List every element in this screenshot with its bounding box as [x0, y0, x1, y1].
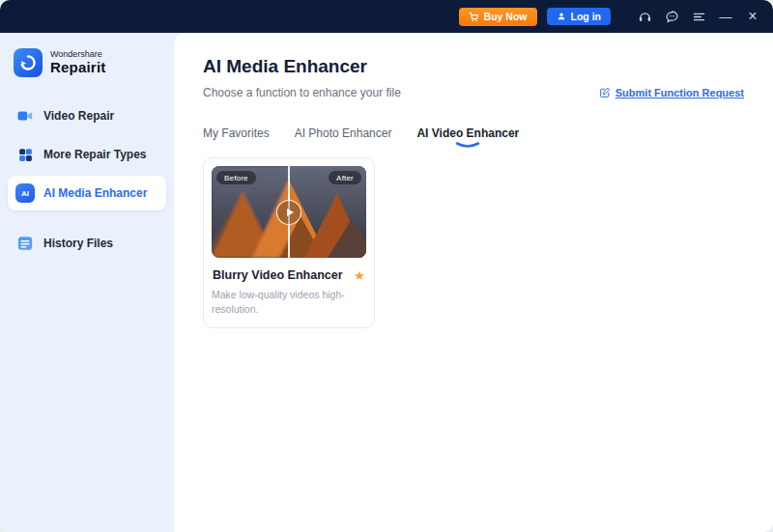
close-button[interactable]: ×	[744, 8, 761, 25]
page-title: AI Media Enhancer	[203, 56, 401, 77]
topbar: Buy Now Log in — ×	[0, 0, 773, 33]
brand-text: Wondershare Repairit	[50, 50, 105, 75]
buy-now-label: Buy Now	[484, 12, 528, 22]
buy-now-button[interactable]: Buy Now	[459, 8, 537, 26]
user-icon	[557, 12, 566, 21]
ai-badge-icon: AI	[15, 183, 35, 203]
function-tabs: My Favorites AI Photo Enhancer AI Video …	[203, 126, 744, 150]
sidebar-item-ai-media-enhancer[interactable]: AI AI Media Enhancer	[8, 176, 166, 210]
tab-label: AI Video Enhancer	[416, 126, 519, 140]
sidebar-item-history-files[interactable]: History Files	[8, 226, 166, 261]
brand-line2: Repairit	[50, 60, 105, 76]
log-in-label: Log in	[571, 12, 602, 22]
before-after-thumbnail[interactable]: Before After	[212, 166, 366, 258]
card-title: Blurry Video Enhancer	[213, 268, 343, 282]
title-block: AI Media Enhancer Choose a function to e…	[203, 56, 401, 99]
active-tab-underline	[455, 142, 480, 150]
sidebar-nav: Video Repair More Repair Types AI AI Med…	[0, 98, 174, 261]
log-in-button[interactable]: Log in	[547, 8, 612, 26]
sidebar: Wondershare Repairit Video Repair More R…	[0, 33, 174, 532]
card-title-row: Blurry Video Enhancer ★	[212, 268, 366, 282]
main-header: AI Media Enhancer Choose a function to e…	[203, 56, 744, 99]
after-badge: After	[329, 171, 361, 184]
cart-icon	[469, 12, 479, 22]
sidebar-item-label: History Files	[43, 237, 113, 250]
tab-my-favorites[interactable]: My Favorites	[203, 126, 270, 150]
app-logo: Wondershare Repairit	[0, 46, 174, 95]
sidebar-item-more-repair-types[interactable]: More Repair Types	[8, 137, 166, 172]
card-description: Make low-quality videos high-resolution.	[212, 288, 357, 316]
sidebar-item-label: AI Media Enhancer	[43, 186, 147, 200]
tab-ai-photo-enhancer[interactable]: AI Photo Enhancer	[295, 126, 392, 150]
sidebar-item-label: Video Repair	[43, 109, 114, 123]
tab-label: AI Photo Enhancer	[295, 126, 392, 140]
chat-bubble-icon[interactable]	[663, 8, 680, 25]
minimize-button[interactable]: —	[717, 8, 734, 25]
sidebar-item-video-repair[interactable]: Video Repair	[8, 98, 166, 133]
play-icon[interactable]	[276, 200, 301, 225]
submit-function-request-link[interactable]: Submit Function Request	[599, 87, 744, 99]
edit-square-icon	[599, 87, 611, 98]
page-subtitle: Choose a function to enhance your file	[203, 86, 401, 99]
main-content: AI Media Enhancer Choose a function to e…	[174, 33, 773, 532]
window-body: Wondershare Repairit Video Repair More R…	[0, 33, 773, 532]
headset-icon[interactable]	[636, 8, 653, 25]
tab-ai-video-enhancer[interactable]: AI Video Enhancer	[416, 126, 519, 150]
submit-function-request-label: Submit Function Request	[616, 87, 744, 98]
before-badge: Before	[216, 171, 256, 184]
blurry-video-enhancer-card[interactable]: Before After Blurry Video Enhancer ★ Mak…	[203, 157, 375, 328]
app-window: Buy Now Log in — ×	[0, 0, 773, 532]
menu-icon[interactable]	[690, 8, 707, 25]
tab-label: My Favorites	[203, 126, 270, 140]
repair-types-grid-icon	[15, 145, 35, 164]
favorite-star-icon[interactable]: ★	[354, 269, 365, 282]
sidebar-item-label: More Repair Types	[43, 148, 146, 161]
history-files-icon	[15, 234, 35, 253]
repairit-logo-icon	[14, 48, 43, 77]
video-camera-icon	[15, 106, 35, 126]
